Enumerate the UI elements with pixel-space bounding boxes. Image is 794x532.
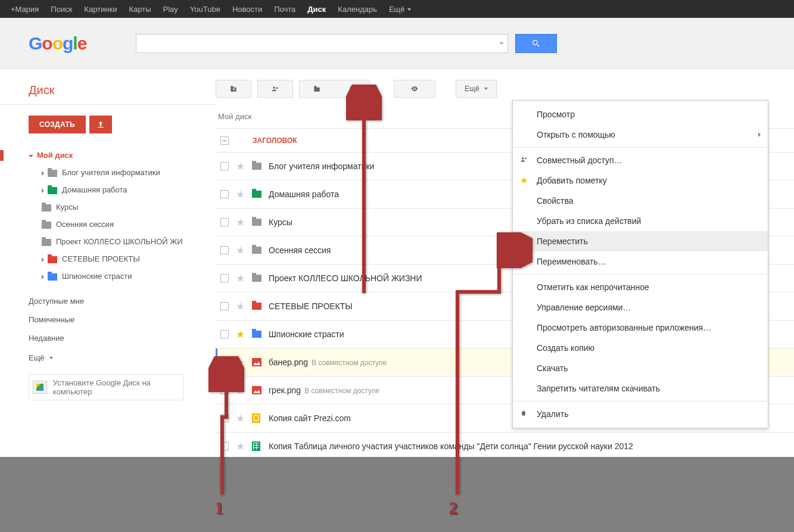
annotation-number-2: 2	[449, 497, 457, 518]
annotation-number-1: 1	[214, 497, 223, 518]
annotation-arrows	[0, 0, 794, 532]
